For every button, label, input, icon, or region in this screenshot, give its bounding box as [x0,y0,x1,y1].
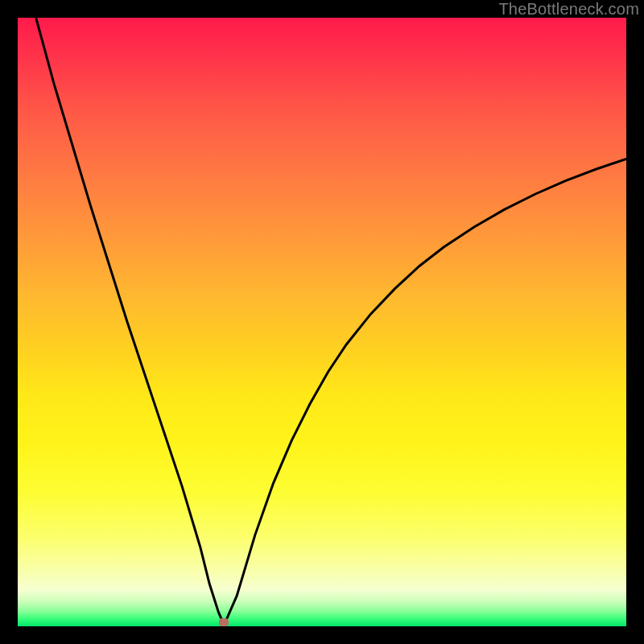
curve-svg [18,18,626,626]
watermark-text: TheBottleneck.com [498,0,639,19]
minimum-marker [219,618,229,626]
plot-area [18,18,626,626]
bottleneck-curve [36,18,626,625]
chart-frame: TheBottleneck.com [0,0,644,644]
